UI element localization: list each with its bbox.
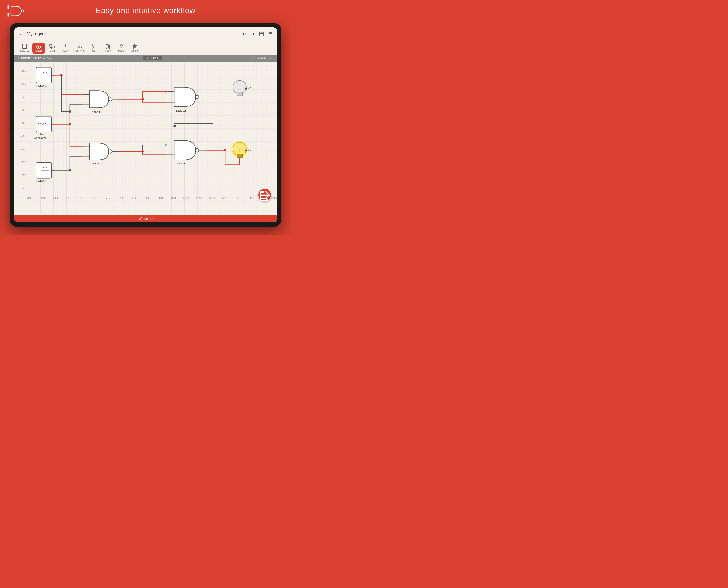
- svg-text:Light 8: Light 8: [243, 87, 251, 90]
- svg-text:Switch 5: Switch 5: [36, 180, 46, 183]
- svg-text:8,0: 8,0: [27, 197, 31, 200]
- svg-text:-48,0: -48,0: [21, 122, 26, 124]
- app-header-right: ↩ ↪ 💾 ☰: [243, 31, 272, 37]
- welcome-label: Welcome: [139, 217, 152, 220]
- bottom-bar: Welcome: [14, 215, 277, 223]
- svg-point-75: [109, 98, 112, 101]
- project-title: My trigeer: [27, 31, 46, 37]
- tool-copy[interactable]: Copy: [101, 43, 114, 54]
- svg-text:112,0: 112,0: [196, 197, 202, 200]
- svg-text:-24,0: -24,0: [21, 82, 26, 85]
- tool-cut[interactable]: Cut: [88, 43, 100, 54]
- tool-multi[interactable]: Multi: [46, 43, 59, 54]
- latency-text: ELEMENTS LATENCY: 0ms: [18, 57, 52, 60]
- app-header: ← My trigeer ↩ ↪ 💾 ☰: [14, 27, 277, 41]
- collapse-button[interactable]: COLLAPSE: [143, 56, 162, 60]
- save-button[interactable]: 💾: [258, 31, 264, 37]
- svg-text:-40,0: -40,0: [21, 109, 26, 111]
- tool-touch[interactable]: Touch: [59, 43, 72, 54]
- svg-point-112: [165, 144, 167, 146]
- svg-point-90: [195, 149, 199, 152]
- logo-area: [7, 5, 24, 17]
- svg-text:48,0: 48,0: [92, 197, 97, 200]
- svg-rect-19: [106, 45, 109, 48]
- tool-scroll[interactable]: Scroll b.: [18, 42, 31, 54]
- header-divider: [109, 17, 182, 17]
- canvas-statusbar: ELEMENTS LATENCY: 0ms COLLAPSE 1 : 64 RE…: [14, 55, 277, 62]
- svg-text:64,0: 64,0: [119, 197, 123, 200]
- svg-text:80,0: 80,0: [145, 197, 150, 200]
- svg-text:32,0: 32,0: [66, 197, 71, 200]
- svg-rect-21: [121, 45, 122, 46]
- svg-text:Nand 11: Nand 11: [92, 110, 102, 113]
- svg-point-85: [195, 95, 199, 99]
- svg-point-13: [81, 46, 82, 47]
- svg-text:88,0: 88,0: [158, 197, 163, 200]
- svg-rect-24: [134, 46, 136, 49]
- svg-text:Generator 9: Generator 9: [34, 136, 48, 139]
- tool-paste[interactable]: Paste: [115, 43, 128, 54]
- svg-rect-20: [120, 46, 123, 49]
- svg-text:-56,0: -56,0: [21, 135, 26, 138]
- menu-button[interactable]: ☰: [268, 31, 272, 37]
- svg-text:104,0: 104,0: [183, 197, 189, 200]
- svg-point-109: [173, 125, 176, 127]
- tool-single[interactable]: Single: [32, 43, 45, 54]
- svg-point-80: [109, 150, 112, 153]
- svg-text:120,0: 120,0: [209, 197, 215, 200]
- svg-text:72,0: 72,0: [132, 197, 137, 200]
- svg-text:136,0: 136,0: [235, 197, 241, 200]
- svg-point-110: [224, 149, 226, 152]
- tablet-frame: ← My trigeer ↩ ↪ 💾 ☰ Scroll b.: [10, 23, 282, 227]
- tablet-screen: ← My trigeer ↩ ↪ 💾 ☰ Scroll b.: [14, 27, 277, 223]
- svg-text:Switch 6: Switch 6: [36, 84, 46, 87]
- svg-text:128,0: 128,0: [222, 197, 228, 200]
- svg-text:Light 7: Light 7: [243, 149, 251, 152]
- svg-text:144,0: 144,0: [248, 197, 254, 200]
- svg-text:16,0: 16,0: [40, 197, 45, 200]
- undo-button[interactable]: ↩: [243, 31, 246, 37]
- redo-button[interactable]: ↪: [251, 31, 254, 37]
- svg-text:Nand 13: Nand 13: [176, 109, 186, 112]
- svg-point-111: [165, 91, 167, 93]
- tool-connect[interactable]: Connect: [73, 43, 87, 54]
- realtime-text: 1 : 64 REALTIME: [253, 57, 273, 60]
- svg-text:Nand 12: Nand 12: [176, 162, 187, 165]
- svg-text:-16,0: -16,0: [21, 69, 26, 72]
- svg-text:40,0: 40,0: [79, 197, 84, 200]
- back-button[interactable]: ←: [19, 31, 24, 37]
- svg-text:56,0: 56,0: [106, 197, 110, 200]
- svg-text:-88,0: -88,0: [21, 187, 26, 190]
- svg-point-12: [78, 46, 79, 47]
- svg-rect-0: [8, 5, 9, 9]
- svg-point-106: [69, 169, 71, 171]
- svg-text:Nand 10: Nand 10: [92, 162, 103, 165]
- svg-rect-66: [36, 117, 52, 132]
- circuit-canvas[interactable]: -16,0 -24,0 -32,0 -40,0 -48,0 -56,0 -64,…: [14, 62, 277, 215]
- svg-text:160,0: 160,0: [271, 197, 277, 200]
- svg-text:1.0kHZ: 1.0kHZ: [37, 133, 44, 135]
- svg-rect-7: [23, 45, 26, 48]
- toolbar: Scroll b. Single Multi: [14, 41, 277, 55]
- svg-text:-72,0: -72,0: [21, 161, 26, 164]
- page-title: Easy and intuitive workflow: [96, 6, 195, 15]
- svg-rect-1: [8, 13, 9, 16]
- tool-delete[interactable]: Delete: [129, 43, 141, 54]
- svg-point-2: [21, 10, 23, 12]
- app-header-left: ← My trigeer: [19, 31, 46, 37]
- fab-button[interactable]: [258, 189, 271, 201]
- svg-text:-32,0: -32,0: [21, 96, 26, 98]
- svg-text:96,0: 96,0: [171, 197, 176, 200]
- svg-text:24,0: 24,0: [53, 197, 58, 200]
- svg-text:-80,0: -80,0: [21, 174, 26, 177]
- page-header: Easy and intuitive workflow: [0, 0, 291, 21]
- svg-text:-64,0: -64,0: [21, 148, 26, 151]
- svg-point-9: [38, 46, 39, 47]
